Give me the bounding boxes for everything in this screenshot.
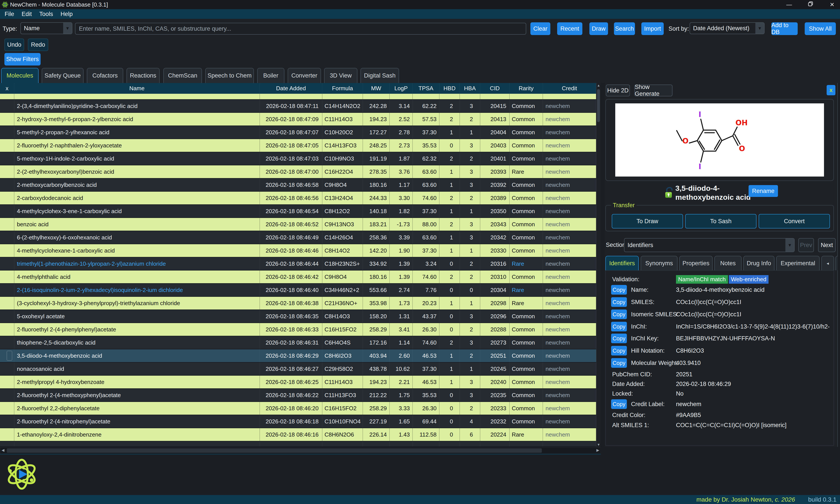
table-row[interactable]: 6-(2-ethylhexoxy)-6-oxohexanoic acid2026… <box>0 231 596 244</box>
section-select[interactable]: Identifiers ▼ <box>624 238 794 252</box>
column-header-x[interactable]: x <box>0 83 14 94</box>
show-filters-button[interactable]: Show Filters <box>4 53 40 66</box>
menu-item-edit[interactable]: Edit <box>22 11 32 18</box>
table-row[interactable]: 2-methoxycarbonylbenzoic acid2026-02-18 … <box>0 179 596 192</box>
table-row[interactable]: 3,5-diiodo-4-methoxybenzoic acid2026-02-… <box>0 349 596 362</box>
search-button[interactable]: Search <box>614 22 635 35</box>
horizontal-scrollbar[interactable]: ◀ ▶ <box>0 447 601 454</box>
sort-select[interactable]: Date Added (Newest) ▼ <box>690 22 765 34</box>
copy-button[interactable]: Copy <box>611 285 627 294</box>
vertical-scrollbar[interactable]: ▲ ▼ <box>596 83 601 447</box>
column-header-hbd[interactable]: HBD <box>440 83 460 94</box>
prev-button[interactable]: Prev <box>798 238 814 252</box>
copy-button[interactable]: Copy <box>611 297 627 307</box>
table-row[interactable]: 2-(3,4-dimethylanilino)pyridine-3-carbox… <box>0 100 596 113</box>
panel-tab-identifiers[interactable]: Identifiers <box>605 256 639 270</box>
panel-close-button[interactable]: x <box>827 85 835 95</box>
column-header-credit[interactable]: Credit <box>543 83 596 94</box>
tab-speech-to-chem[interactable]: Speech to Chem <box>205 68 254 83</box>
table-row[interactable]: 2-fluoroethyl 2-naphthalen-2-yloxyacetat… <box>0 139 596 152</box>
tab-molecules[interactable]: Molecules <box>1 68 39 83</box>
vertical-scroll-thumb[interactable] <box>597 89 600 122</box>
type-select[interactable]: Name ▼ <box>20 22 72 34</box>
to-sash-button[interactable]: To Sash <box>685 214 756 229</box>
tab-safety-queue[interactable]: Safety Queue <box>42 68 84 83</box>
redo-button[interactable]: Redo <box>28 39 48 51</box>
column-header-formula[interactable]: Formula <box>322 83 363 94</box>
recent-button[interactable]: Recent <box>557 22 582 35</box>
copy-button[interactable]: Copy <box>611 346 627 356</box>
show-generate-button[interactable]: Show Generate <box>634 85 672 96</box>
copy-button[interactable]: Copy <box>611 358 627 368</box>
table-row[interactable]: 2-fluoroethyl 2-(4-phenylphenyl)acetate2… <box>0 323 596 336</box>
rename-button[interactable]: Rename <box>749 185 778 197</box>
panel-tab-synonyms[interactable]: Synonyms <box>641 256 678 270</box>
restore-button[interactable] <box>806 1 815 8</box>
to-draw-button[interactable]: To Draw <box>612 214 683 229</box>
draw-button[interactable]: Draw <box>589 22 608 35</box>
column-header-mw[interactable]: MW <box>363 83 390 94</box>
tab-boiler[interactable]: Boiler <box>257 68 285 83</box>
close-button[interactable]: ✕ <box>828 1 837 8</box>
tab-converter[interactable]: Converter <box>288 68 321 83</box>
copy-button[interactable]: Copy <box>611 309 627 319</box>
table-row[interactable]: 4-methylcyclohex-3-ene-1-carboxylic acid… <box>0 205 596 218</box>
menu-item-help[interactable]: Help <box>61 11 73 18</box>
table-row[interactable]: 2-(2-ethylhexoxycarbonyl)benzoic acid202… <box>0 165 596 179</box>
import-button[interactable]: Import <box>641 22 664 35</box>
tab-chemscan[interactable]: ChemScan <box>164 68 202 83</box>
hide-2d-button[interactable]: Hide 2D <box>606 85 630 96</box>
tab-cofactors[interactable]: Cofactors <box>87 68 123 83</box>
table-row[interactable]: 1-ethanoyloxy-2,4-dinitrobenzene2026-02-… <box>0 428 596 442</box>
menu-item-file[interactable]: File <box>5 11 14 18</box>
table-row[interactable]: 5-methyl-2-propan-2-ylhexanoic acid2026-… <box>0 126 596 139</box>
table-row[interactable]: thiophene-2,5-dicarboxylic acid2026-02-1… <box>0 336 596 349</box>
copy-button[interactable]: Copy <box>611 399 627 409</box>
table-row[interactable]: 2-hydroxy-3-methyl-6-propan-2-ylbenzoic … <box>0 113 596 126</box>
table-row[interactable]: 2-fluoroethyl 2-(4-nitrophenyl)acetate20… <box>0 415 596 428</box>
column-header-logp[interactable]: LogP <box>390 83 413 94</box>
table-row[interactable]: 2-methylpropyl 4-hydroxybenzoate2026-02-… <box>0 376 596 389</box>
tab-digital-sash[interactable]: Digital Sash <box>360 68 399 83</box>
column-header-rarity[interactable]: Rarity <box>510 83 543 94</box>
panel-tab-experimental[interactable]: Experimental <box>776 256 820 270</box>
add-to-db-button[interactable]: Add to DB <box>771 22 798 35</box>
table-row[interactable]: 2-fluoroethyl 2-(4-methoxyphenyl)acetate… <box>0 389 596 402</box>
table-row[interactable]: trimethyl(1-phenothiazin-10-ylpropan-2-y… <box>0 257 596 270</box>
tab-scroll-right-button[interactable]: ▸ <box>835 256 838 270</box>
table-row[interactable]: 2-fluoroethyl 2,2-diphenylacetate2026-02… <box>0 402 596 415</box>
next-button[interactable]: Next <box>818 238 836 252</box>
scroll-down-icon[interactable]: ▼ <box>596 443 601 446</box>
column-header-tpsa[interactable]: TPSA <box>413 83 440 94</box>
column-header-date-added[interactable]: Date Added <box>260 83 322 94</box>
search-input[interactable] <box>75 23 526 35</box>
show-all-button[interactable]: Show All <box>805 22 836 35</box>
table-row[interactable]: nonacosanoic acid2026-02-18 08:46:27C29H… <box>0 362 596 376</box>
scroll-up-icon[interactable]: ▲ <box>596 84 601 87</box>
copy-button[interactable]: Copy <box>611 322 627 331</box>
panel-tab-notes[interactable]: Notes <box>714 256 741 270</box>
panel-tab-drug-info[interactable]: Drug Info <box>743 256 774 270</box>
table-row[interactable]: benzoic acid2026-02-18 08:46:52C9H13NO31… <box>0 218 596 231</box>
panel-tab-properties[interactable]: Properties <box>679 256 713 270</box>
convert-button[interactable]: Convert <box>759 214 830 229</box>
table-row[interactable]: 5-oxohexyl acetate2026-02-18 08:46:35C8H… <box>0 310 596 323</box>
table-row[interactable]: 2-(16-isoquinolin-2-ium-2-ylhexadecyl)is… <box>0 284 596 297</box>
table-row[interactable]: 4-methylcyclohexane-1-carboxylic acid202… <box>0 244 596 257</box>
table-row[interactable]: (3-cyclohexyl-3-hydroxy-3-phenylpropyl)-… <box>0 297 596 310</box>
column-header-hba[interactable]: HBA <box>460 83 480 94</box>
copy-button[interactable]: Copy <box>611 334 627 343</box>
tab-scroll-left-button[interactable]: ◂ <box>821 256 834 270</box>
column-header-cid[interactable]: CID <box>480 83 510 94</box>
column-header-name[interactable]: Name <box>14 83 260 94</box>
table-row[interactable]: 2-carboxydodecanoic acid2026-02-18 08:46… <box>0 192 596 205</box>
table-row[interactable]: 4-methylphthalic acid2026-02-18 08:46:42… <box>0 270 596 284</box>
minimize-button[interactable]: — <box>785 1 793 8</box>
tab-reactions[interactable]: Reactions <box>126 68 160 83</box>
undo-button[interactable]: Undo <box>4 39 24 51</box>
table-row[interactable]: 5-methoxy-1H-indole-2-carboxylic acid202… <box>0 152 596 165</box>
scroll-right-icon[interactable]: ▶ <box>596 448 599 452</box>
scroll-left-icon[interactable]: ◀ <box>2 448 4 452</box>
clear-button[interactable]: Clear <box>530 22 550 35</box>
menu-item-tools[interactable]: Tools <box>39 11 53 18</box>
